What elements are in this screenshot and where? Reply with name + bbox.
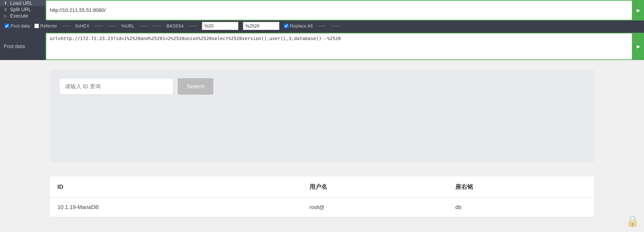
post-data-label: Post data: [0, 33, 46, 60]
search-button[interactable]: Search: [178, 78, 213, 95]
search-section: Search: [50, 69, 594, 104]
url-go-button[interactable]: ▶: [632, 0, 644, 20]
execute-button[interactable]: ▷ Execute: [0, 13, 45, 19]
split-url-button[interactable]: ⧖ Split URL: [0, 6, 45, 13]
referrer-checkbox-item[interactable]: Referrer: [34, 23, 57, 29]
table-body: 10.1.19-MariaDB root@ db: [50, 197, 594, 217]
replace-all-checkbox-item[interactable]: Replace All: [284, 23, 313, 29]
load-url-label: Load URL: [10, 0, 32, 6]
execute-icon: ▷: [3, 13, 8, 19]
separator-8: [331, 26, 340, 26]
url-enc-item[interactable]: %URL: [121, 23, 134, 29]
replace-enc-input[interactable]: [243, 22, 280, 30]
separator-2: [94, 26, 103, 26]
replace-all-label: Replace All: [290, 23, 313, 29]
main-content: Search ID 用户名 座右铭 10.1.19-MariaDB root@ …: [0, 60, 644, 226]
table-header: ID 用户名 座右铭: [50, 177, 594, 197]
col-motto: 座右铭: [448, 177, 594, 197]
go-icon: ▶: [637, 7, 640, 13]
post-data-input[interactable]: url=http://172.72.23.23?id=1%2520and%252…: [46, 33, 632, 60]
results-table: ID 用户名 座右铭 10.1.19-MariaDB root@ db: [50, 177, 594, 217]
split-url-label: Split URL: [10, 6, 31, 12]
table-header-row: ID 用户名 座右铭: [50, 177, 594, 197]
base64-item[interactable]: BASE64: [166, 23, 184, 29]
cell-id: 10.1.19-MariaDB: [50, 197, 302, 217]
sidebar-buttons: ⬆ Load URL ⧖ Split URL ▷ Execute: [0, 0, 46, 19]
referrer-label: Referrer: [40, 23, 57, 29]
post-data-row: Post data url=http://172.72.23.23?id=1%2…: [0, 33, 644, 60]
replace-all-checkbox[interactable]: [284, 24, 288, 28]
separator-5: [153, 26, 162, 26]
col-username: 用户名: [302, 177, 448, 197]
split-url-icon: ⧖: [3, 7, 8, 12]
post-data-checkbox-item[interactable]: Post data: [4, 23, 30, 29]
load-url-icon: ⬆: [3, 0, 8, 6]
load-url-button[interactable]: ⬆ Load URL: [0, 0, 45, 6]
empty-area: [50, 104, 594, 163]
post-go-button[interactable]: ▶: [632, 33, 644, 60]
url-area: ▶: [46, 0, 644, 19]
search-enc-input[interactable]: [202, 22, 238, 30]
separator-3: [108, 26, 117, 26]
post-data-enc-label: Post data: [10, 23, 30, 29]
cell-username: root@: [302, 197, 448, 217]
cell-motto: db: [448, 197, 594, 217]
table-row: 10.1.19-MariaDB root@ db: [50, 197, 594, 217]
search-input[interactable]: [59, 78, 173, 95]
referrer-checkbox[interactable]: [34, 24, 39, 28]
post-go-icon: ▶: [637, 44, 640, 49]
hex-label: 0xHEX: [75, 23, 89, 29]
url-enc-label: %URL: [121, 23, 134, 29]
execute-label: Execute: [10, 13, 28, 19]
post-data-checkbox[interactable]: [4, 24, 9, 28]
encoding-bar: Post data Referrer 0xHEX %URL BASE64 Rep…: [0, 19, 644, 33]
hex-item[interactable]: 0xHEX: [75, 23, 89, 29]
url-input[interactable]: [46, 0, 632, 20]
separator-4: [139, 26, 148, 26]
results-section: ID 用户名 座右铭 10.1.19-MariaDB root@ db: [50, 177, 594, 217]
col-id: ID: [50, 177, 302, 197]
url-input-row: ▶: [46, 0, 644, 20]
separator-6: [188, 26, 197, 26]
separator-7: [317, 26, 326, 26]
separator-1: [62, 26, 71, 26]
toolbar: ⬆ Load URL ⧖ Split URL ▷ Execute ▶: [0, 0, 644, 19]
base64-label: BASE64: [166, 23, 184, 29]
